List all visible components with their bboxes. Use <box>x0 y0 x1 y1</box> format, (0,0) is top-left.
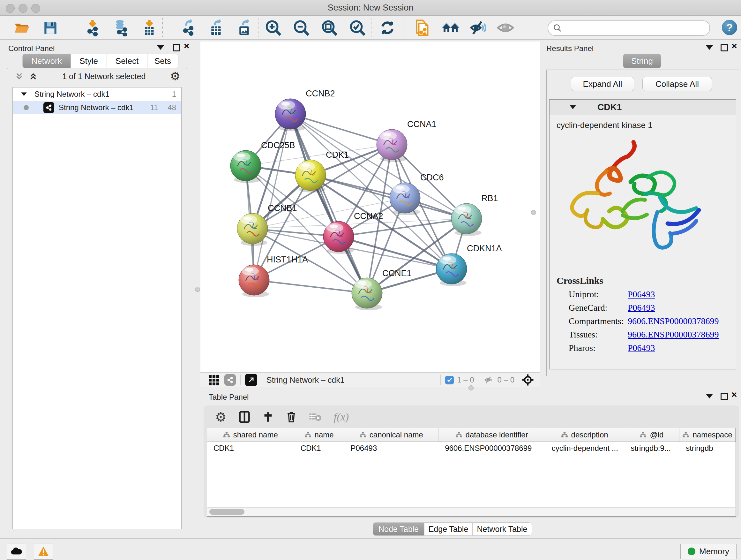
cloud-status-button[interactable] <box>7 543 26 560</box>
selected-checkbox-icon[interactable] <box>445 376 454 384</box>
crosshair-icon[interactable] <box>522 374 534 386</box>
crosslink-link[interactable]: 9606.ENSP00000378699 <box>628 316 719 326</box>
tab-node-table[interactable]: Node Table <box>373 522 424 536</box>
column-header-shared-name[interactable]: shared name <box>207 428 294 442</box>
tab-sets[interactable]: Sets <box>147 54 179 68</box>
network-options-gear-icon[interactable]: ⚙ <box>170 70 180 83</box>
tab-network[interactable]: Network <box>22 54 71 68</box>
vertical-splitter-grip[interactable] <box>195 287 200 292</box>
tab-string[interactable]: String <box>623 54 661 68</box>
column-header-name[interactable]: name <box>294 428 344 442</box>
protein-card-header[interactable]: CDK1 <box>549 100 736 115</box>
network-graph[interactable]: CCNB2CCNA1CDC25BCDK1CDC6RB1CCNB1CCNA2CDK… <box>200 42 540 372</box>
export-image-button[interactable] <box>235 19 253 37</box>
table-cell[interactable]: stringdb:9... <box>624 442 679 455</box>
column-header--id[interactable]: @id <box>624 428 679 442</box>
close-panel-icon[interactable]: × <box>184 42 190 50</box>
help-button[interactable]: ? <box>722 20 737 35</box>
apply-preferred-layout-button[interactable] <box>379 19 396 37</box>
crosslink-link[interactable]: P06493 <box>628 343 655 353</box>
horizontal-scrollbar[interactable] <box>207 507 735 516</box>
houses-button[interactable] <box>442 19 460 37</box>
node-CCNA1[interactable] <box>377 129 407 162</box>
close-panel-icon[interactable]: × <box>731 391 737 398</box>
expand-all-button[interactable]: Expand All <box>571 77 634 91</box>
vertical-splitter-grip[interactable] <box>531 210 536 215</box>
search-field[interactable] <box>548 20 710 36</box>
table-cell[interactable]: cyclin-dependent ... <box>545 442 624 455</box>
panel-menu-icon[interactable] <box>157 45 164 50</box>
column-header-canonical-name[interactable]: canonical name <box>344 428 439 442</box>
tab-edge-table[interactable]: Edge Table <box>424 522 473 536</box>
tab-select[interactable]: Select <box>107 54 147 68</box>
node-CCNE1[interactable] <box>352 278 382 310</box>
table-cell[interactable]: stringdb <box>679 442 736 455</box>
table-cell[interactable]: CDK1 <box>294 442 344 455</box>
float-panel-icon[interactable] <box>721 393 728 400</box>
network-badge-icon[interactable] <box>224 374 236 386</box>
panel-menu-icon[interactable] <box>706 394 713 398</box>
open-session-button[interactable] <box>13 19 30 37</box>
clone-network-button[interactable] <box>414 19 431 37</box>
close-panel-icon[interactable]: × <box>731 42 737 50</box>
network-row-selected[interactable]: String Network – cdk1 11 48 <box>13 101 181 114</box>
hidden-eye-icon[interactable] <box>483 375 494 385</box>
table-cell[interactable]: 9606.ENSP00000378699 <box>439 442 545 455</box>
column-header-description[interactable]: description <box>545 428 624 442</box>
search-input[interactable] <box>565 23 710 33</box>
zoom-fit-content-button[interactable] <box>320 19 338 37</box>
node-RB1[interactable] <box>451 203 482 236</box>
import-network-from-file-button[interactable] <box>84 19 102 37</box>
birdseye-grid-icon[interactable] <box>209 375 219 385</box>
show-columns-icon[interactable] <box>239 411 250 423</box>
network-collection-row[interactable]: String Network – cdk1 1 <box>13 87 181 101</box>
collapse-card-icon[interactable] <box>570 105 576 109</box>
delete-trash-icon[interactable] <box>286 411 297 423</box>
memory-button[interactable]: Memory <box>680 544 737 559</box>
export-table-button[interactable] <box>207 19 225 37</box>
table-cell[interactable]: CDK1 <box>207 442 294 455</box>
panel-menu-icon[interactable] <box>706 45 713 50</box>
delete-table-icon[interactable] <box>309 412 322 422</box>
crosslink-link[interactable]: 9606.ENSP00000378699 <box>628 329 719 340</box>
import-table-from-file-button[interactable] <box>140 19 158 37</box>
zoom-in-button[interactable] <box>264 19 282 37</box>
hide-selected-button[interactable] <box>470 19 488 37</box>
node-CDC25B[interactable] <box>230 150 261 183</box>
tab-network-table[interactable]: Network Table <box>473 522 532 536</box>
float-panel-icon[interactable] <box>721 44 728 51</box>
node-CDK1[interactable] <box>295 160 326 192</box>
network-view[interactable]: CCNB2CCNA1CDC25BCDK1CDC6RB1CCNB1CCNA2CDK… <box>200 42 540 387</box>
collapse-all-chevron-icon[interactable] <box>28 71 38 81</box>
table-cell[interactable]: P06493 <box>344 442 439 455</box>
warnings-button[interactable] <box>34 543 53 560</box>
node-CDC6[interactable] <box>390 183 420 215</box>
export-network-button[interactable] <box>179 19 197 37</box>
node-CCNB1[interactable] <box>237 213 268 246</box>
zoom-out-button[interactable] <box>292 19 310 37</box>
node-CDKN1A[interactable] <box>436 253 467 286</box>
expand-all-chevron-icon[interactable] <box>14 71 24 81</box>
collection-expander-icon[interactable] <box>21 92 27 96</box>
save-session-button[interactable] <box>42 19 59 37</box>
import-network-from-database-button[interactable] <box>112 19 130 37</box>
crosslink-link[interactable]: P06493 <box>628 289 655 300</box>
column-header-database-identifier[interactable]: database identifier <box>439 428 545 442</box>
scrollbar-thumb[interactable] <box>209 509 245 515</box>
add-column-plus-icon[interactable] <box>262 411 274 423</box>
edge-HIST1H1A-CCNE1[interactable] <box>254 280 367 293</box>
node-HIST1H1A[interactable] <box>239 265 269 297</box>
collapse-all-button[interactable]: Collapse All <box>643 77 712 91</box>
tab-style[interactable]: Style <box>71 54 107 68</box>
open-in-window-icon[interactable] <box>245 374 257 386</box>
node-CCNA2[interactable] <box>323 221 354 254</box>
show-all-button[interactable] <box>496 19 515 37</box>
table-row[interactable]: CDK1CDK1P064939606.ENSP00000378699cyclin… <box>207 442 736 455</box>
float-panel-icon[interactable] <box>173 44 180 51</box>
column-header-namespace[interactable]: namespace <box>679 428 736 442</box>
table-settings-gear-icon[interactable]: ⚙ <box>215 410 226 424</box>
crosslink-link[interactable]: P06493 <box>628 303 655 313</box>
function-builder-icon[interactable]: f(x) <box>334 411 349 423</box>
edge-CCNB2-CCNE1[interactable] <box>290 114 367 293</box>
horizontal-splitter-grip[interactable] <box>468 385 474 390</box>
